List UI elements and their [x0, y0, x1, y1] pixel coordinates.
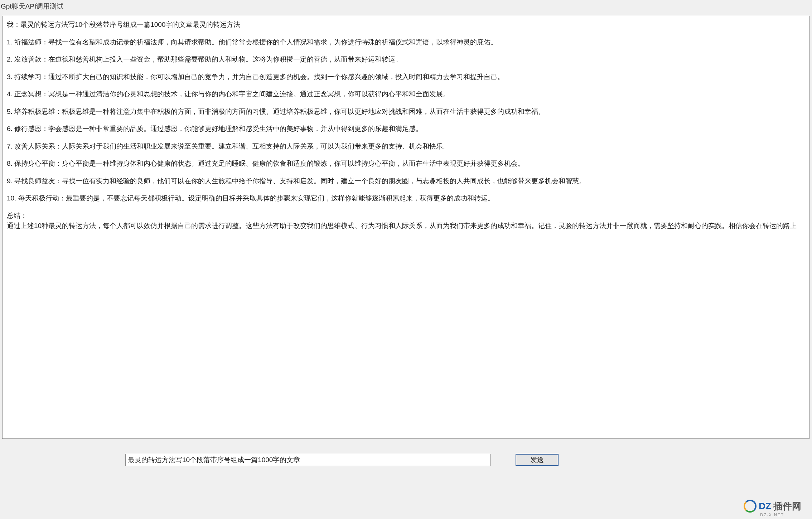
chat-summary-body: 通过上述10种最灵的转运方法，每个人都可以效仿并根据自己的需求进行调整。这些方法… [7, 221, 805, 231]
chat-response-item: 2. 发放善款：在道德和慈善机构上投入一些资金，帮助那些需要帮助的人和动物。这将… [7, 54, 805, 65]
message-input[interactable] [125, 454, 490, 466]
chat-response-item: 5. 培养积极思维：积极思维是一种将注意力集中在积极的方面，而非消极的方面的习惯… [7, 107, 805, 117]
chat-summary-label: 总结： [7, 211, 805, 221]
chat-response-item: 3. 持续学习：通过不断扩大自己的知识和技能，你可以增加自己的竞争力，并为自己创… [7, 72, 805, 82]
chat-prompt-line: 我：最灵的转运方法写10个段落带序号组成一篇1000字的文章最灵的转运方法 [7, 20, 805, 30]
chat-response-item: 9. 寻找良师益友：寻找一位有实力和经验的良师，他们可以在你的人生旅程中给予你指… [7, 176, 805, 186]
chat-output-area: 我：最灵的转运方法写10个段落带序号组成一篇1000字的文章最灵的转运方法 1.… [2, 16, 809, 439]
send-button[interactable]: 发送 [516, 454, 559, 466]
chat-response-item: 8. 保持身心平衡：身心平衡是一种维持身体和内心健康的状态。通过充足的睡眠、健康… [7, 159, 805, 169]
watermark: DZ插件网 [744, 500, 801, 513]
input-bar: 发送 [125, 454, 559, 466]
chat-response-item: 6. 修行感恩：学会感恩是一种非常重要的品质。通过感恩，你能够更好地理解和感受生… [7, 124, 805, 134]
watermark-logo-icon [744, 500, 757, 513]
chat-response-item: 7. 改善人际关系：人际关系对于我们的生活和职业发展来说至关重要。建立和谐、互相… [7, 141, 805, 152]
watermark-text-dz: DZ [759, 501, 771, 512]
chat-response-item: 10. 每天积极行动：最重要的是，不要忘记每天都积极行动。设定明确的目标并采取具… [7, 193, 805, 204]
watermark-sub: DZ-X.NET [760, 513, 784, 517]
page-title: Gpt聊天API调用测试 [0, 0, 812, 13]
chat-response-item: 1. 祈福法师：寻找一位有名望和成功记录的祈福法师，向其请求帮助。他们常常会根据… [7, 37, 805, 48]
chat-response-item: 4. 正念冥想：冥想是一种通过清洁你的心灵和思想的技术，让你与你的内心和宇宙之间… [7, 89, 805, 100]
watermark-text-suffix: 插件网 [773, 500, 801, 513]
